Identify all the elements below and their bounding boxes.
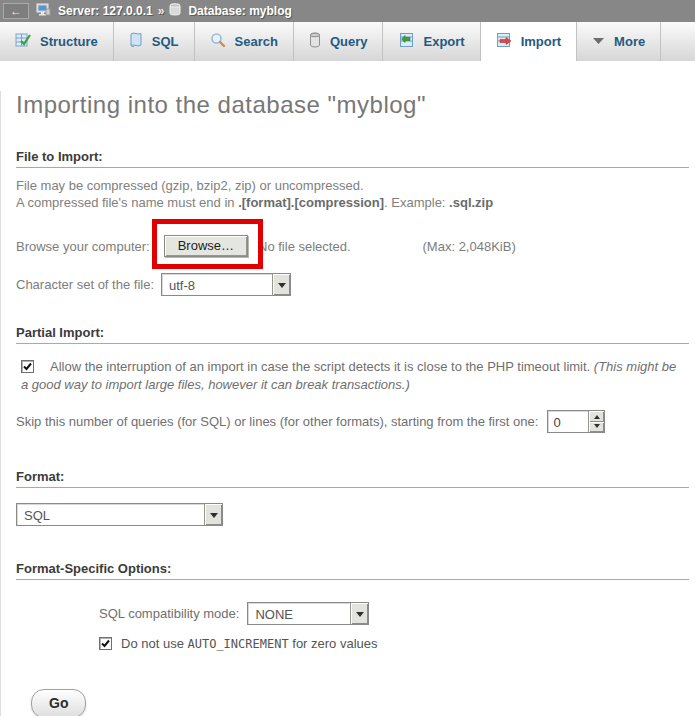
- file-selected-status: No file selected.: [258, 239, 351, 254]
- autoincrement-label-a: Do not use: [121, 636, 188, 651]
- skip-queries-value: 0: [548, 411, 588, 432]
- browse-label: Browse your computer:: [16, 239, 150, 254]
- tab-import[interactable]: Import: [481, 22, 577, 61]
- checkmark-icon: [100, 638, 111, 649]
- tab-label: More: [614, 34, 645, 49]
- breadcrumb-database-label: Database: myblog: [188, 4, 291, 18]
- max-upload-size: (Max: 2,048KiB): [423, 239, 516, 254]
- autoincrement-checkbox[interactable]: [99, 637, 112, 650]
- tab-structure[interactable]: Structure: [0, 22, 114, 61]
- file-info-line2a: A compressed file's name must end in: [16, 195, 238, 210]
- autoincrement-row: Do not use AUTO_INCREMENT for zero value…: [99, 636, 695, 651]
- autoincrement-label-b: for zero values: [289, 636, 378, 651]
- import-page: Importing into the database "myblog" Fil…: [0, 91, 695, 716]
- database-icon: [169, 3, 181, 19]
- format-options-heading: Format-Specific Options:: [16, 561, 689, 580]
- file-info-line2c: . Example:: [384, 195, 449, 210]
- browse-button[interactable]: Browse…: [164, 235, 248, 257]
- skip-queries-row: Skip this number of queries (for SQL) or…: [16, 410, 695, 433]
- spinner-up-button[interactable]: [589, 411, 604, 422]
- structure-icon: [15, 32, 31, 51]
- tab-label: Export: [423, 34, 464, 49]
- chevron-down-icon: [592, 34, 605, 49]
- spinner-up-icon: [594, 412, 600, 419]
- charset-label: Character set of the file:: [16, 277, 154, 292]
- tab-more[interactable]: More: [577, 22, 661, 61]
- file-info-line1: File may be compressed (gzip, bzip2, zip…: [16, 178, 364, 193]
- file-to-import-heading: File to Import:: [16, 149, 689, 168]
- format-select[interactable]: SQL: [16, 503, 223, 526]
- allow-interrupt-checkbox[interactable]: [21, 360, 34, 373]
- tab-bar: Structure SQL Search Query Export Import: [0, 22, 695, 61]
- browse-row: Browse your computer: Browse… No file se…: [16, 236, 695, 256]
- tab-label: Import: [521, 34, 561, 49]
- sql-compat-select[interactable]: NONE: [247, 602, 369, 625]
- tab-query[interactable]: Query: [294, 22, 384, 61]
- sql-compat-row: SQL compatibility mode: NONE: [99, 602, 695, 625]
- tab-label: Structure: [40, 34, 98, 49]
- autoincrement-label: Do not use AUTO_INCREMENT for zero value…: [121, 636, 378, 651]
- file-info-example: .sql.zip: [449, 195, 493, 210]
- tab-label: SQL: [152, 34, 179, 49]
- charset-select-arrow-icon: [272, 274, 290, 295]
- breadcrumb-separator: »: [158, 4, 165, 18]
- file-info-format-pattern: .[format].[compression]: [238, 195, 384, 210]
- charset-row: Character set of the file: utf-8: [16, 273, 695, 296]
- format-row: SQL: [16, 503, 695, 526]
- partial-import-heading: Partial Import:: [16, 325, 689, 344]
- format-select-arrow-icon: [204, 504, 222, 525]
- go-button[interactable]: Go: [31, 689, 86, 716]
- spinner-down-button[interactable]: [589, 422, 604, 433]
- back-arrow-icon: ←: [10, 5, 22, 17]
- format-heading: Format:: [16, 469, 689, 488]
- autoincrement-keyword: AUTO_INCREMENT: [188, 637, 289, 651]
- breadcrumb-database[interactable]: Database: myblog: [169, 3, 291, 19]
- tab-label: Search: [235, 34, 278, 49]
- server-icon: [36, 3, 51, 19]
- charset-select-value: utf-8: [162, 274, 272, 295]
- allow-interrupt-row: Allow the interruption of an import in c…: [21, 358, 680, 394]
- tab-sql[interactable]: SQL: [114, 22, 195, 61]
- export-icon: [398, 32, 414, 51]
- breadcrumb-bar: ← Server: 127.0.0.1 » Database: myblog: [0, 0, 695, 22]
- tab-export[interactable]: Export: [383, 22, 480, 61]
- query-icon: [309, 32, 321, 51]
- checkmark-icon: [22, 361, 33, 372]
- breadcrumb-server-label: Server: 127.0.0.1: [58, 4, 153, 18]
- back-button[interactable]: ←: [3, 3, 29, 19]
- file-info-text: File may be compressed (gzip, bzip2, zip…: [16, 177, 680, 211]
- format-select-value: SQL: [17, 504, 204, 525]
- page-title: Importing into the database "myblog": [16, 91, 680, 119]
- allow-interrupt-label: Allow the interruption of an import in c…: [50, 359, 594, 374]
- skip-queries-label: Skip this number of queries (for SQL) or…: [16, 414, 538, 429]
- search-icon: [210, 32, 226, 51]
- spinner-buttons: [588, 411, 604, 432]
- tab-search[interactable]: Search: [195, 22, 294, 61]
- sql-compat-select-value: NONE: [248, 603, 350, 624]
- skip-queries-input[interactable]: 0: [547, 410, 605, 433]
- spinner-down-icon: [594, 424, 600, 431]
- import-icon: [496, 32, 512, 51]
- sql-compat-label: SQL compatibility mode:: [99, 606, 239, 621]
- tab-label: Query: [330, 34, 368, 49]
- breadcrumb-server[interactable]: Server: 127.0.0.1: [36, 3, 153, 19]
- tabbar-filler: [661, 22, 695, 61]
- sql-icon: [129, 32, 143, 51]
- charset-select[interactable]: utf-8: [161, 273, 291, 296]
- sql-compat-select-arrow-icon: [350, 603, 368, 624]
